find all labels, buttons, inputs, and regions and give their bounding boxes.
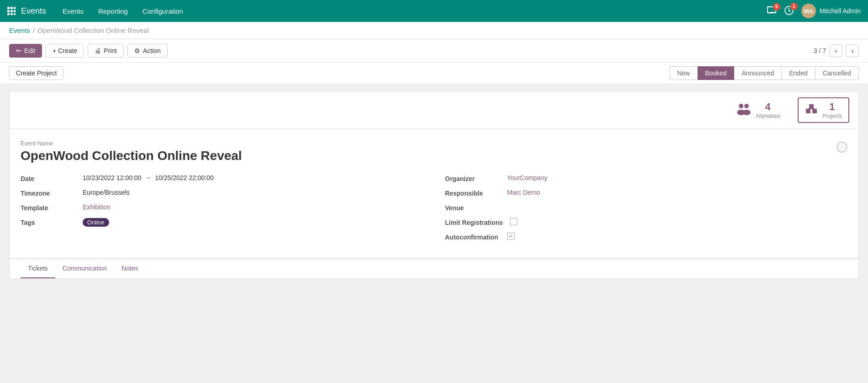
edit-button[interactable]: ✏ Edit: [9, 44, 42, 58]
svg-rect-8: [14, 13, 16, 15]
stage-ended[interactable]: Ended: [782, 66, 815, 80]
autoconfirmation-row: Autoconfirmation ✓: [445, 233, 848, 241]
bottom-tabs: Tickets Communication Notes: [9, 259, 859, 279]
gear-icon: ⚙: [134, 47, 140, 54]
nav-links: Events Reporting Configuration: [57, 5, 767, 17]
pagination-text: 3 / 7: [814, 47, 826, 54]
breadcrumb: Events / OpenWood Collection Online Reve…: [0, 22, 868, 39]
action-bar: ✏ Edit + Create 🖨 Print ⚙ Action 3 / 7 ‹…: [0, 39, 868, 63]
create-project-button[interactable]: Create Project: [9, 66, 63, 80]
projects-stat[interactable]: 1 Projects: [798, 97, 849, 123]
svg-point-11: [744, 104, 749, 108]
attendees-icon: [736, 102, 751, 118]
messages-badge: 5: [773, 3, 780, 11]
svg-rect-15: [812, 109, 817, 113]
limit-registrations-checkbox[interactable]: [510, 218, 517, 225]
timezone-value: Europe/Brussels: [83, 189, 130, 196]
stage-cancelled[interactable]: Cancelled: [815, 66, 859, 80]
tab-tickets[interactable]: Tickets: [21, 259, 55, 278]
svg-point-13: [742, 110, 751, 115]
nav-reporting[interactable]: Reporting: [93, 5, 133, 17]
svg-rect-1: [11, 7, 13, 9]
form-grid: Date 10/23/2022 12:00:00 → 10/25/2022 22…: [21, 174, 847, 247]
svg-rect-0: [7, 7, 10, 9]
template-row: Template Exhibition: [21, 203, 423, 212]
date-value: 10/23/2022 12:00:00 → 10/25/2022 22:00:0…: [83, 174, 214, 181]
pagination: 3 / 7 ‹ ›: [814, 44, 859, 57]
breadcrumb-separator: /: [33, 27, 35, 34]
status-bar: Create Project New Booked Announced Ende…: [0, 63, 868, 84]
top-navigation: Events Events Reporting Configuration 5 …: [0, 0, 868, 22]
action-button[interactable]: ⚙ Action: [127, 44, 168, 58]
svg-rect-3: [7, 10, 10, 12]
breadcrumb-parent[interactable]: Events: [9, 27, 30, 34]
svg-rect-4: [11, 10, 13, 12]
activity-icon[interactable]: 1: [784, 5, 794, 17]
date-start: 10/23/2022 12:00:00: [83, 174, 141, 181]
attendees-info: 4 Attendees: [756, 101, 780, 119]
date-label: Date: [21, 174, 75, 182]
timezone-row: Timezone Europe/Brussels: [21, 189, 423, 197]
responsible-value[interactable]: Marc Demo: [507, 189, 540, 196]
organizer-label: Organizer: [445, 174, 500, 182]
avatar: MA: [801, 4, 816, 18]
form-right-col: Organizer YourCompany Responsible Marc D…: [445, 174, 848, 247]
form-card: Event Name OpenWood Collection Online Re…: [9, 128, 859, 259]
svg-rect-5: [14, 10, 16, 12]
apps-menu-icon[interactable]: [7, 7, 16, 15]
stage-buttons: New Booked Announced Ended Cancelled: [669, 66, 859, 80]
nav-configuration[interactable]: Configuration: [137, 5, 189, 17]
stage-new[interactable]: New: [669, 66, 698, 80]
responsible-row: Responsible Marc Demo: [445, 189, 848, 197]
projects-label: Projects: [822, 113, 842, 119]
organizer-row: Organizer YourCompany: [445, 174, 848, 182]
svg-rect-14: [806, 109, 810, 113]
attendees-count: 4: [756, 101, 780, 113]
form-left-col: Date 10/23/2022 12:00:00 → 10/25/2022 22…: [21, 174, 423, 247]
tab-communication[interactable]: Communication: [55, 259, 114, 278]
date-arrow-icon: →: [145, 174, 151, 181]
svg-rect-16: [809, 104, 814, 109]
create-button[interactable]: + Create: [46, 44, 84, 58]
organizer-value[interactable]: YourCompany: [507, 174, 547, 181]
print-icon: 🖨: [95, 47, 101, 54]
attendees-label: Attendees: [756, 113, 780, 119]
svg-rect-2: [14, 7, 16, 9]
status-circle: [836, 142, 847, 153]
autoconfirmation-label: Autoconfirmation: [445, 233, 500, 241]
svg-rect-7: [11, 13, 13, 15]
event-name-title: OpenWood Collection Online Reveal: [21, 149, 847, 163]
activity-badge: 1: [790, 3, 798, 10]
projects-icon: [805, 102, 818, 118]
right-icons: 5 1 MA Mitchell Admin: [767, 4, 861, 18]
app-name: Events: [21, 6, 46, 16]
pagination-prev[interactable]: ‹: [830, 44, 842, 57]
template-value[interactable]: Exhibition: [83, 203, 110, 211]
stage-booked[interactable]: Booked: [698, 66, 734, 80]
date-row: Date 10/23/2022 12:00:00 → 10/25/2022 22…: [21, 174, 423, 182]
tags-value: Online: [83, 218, 109, 227]
limit-registrations-row: Limit Registrations: [445, 218, 848, 226]
timezone-label: Timezone: [21, 189, 75, 197]
stage-announced[interactable]: Announced: [734, 66, 782, 80]
stats-row: 4 Attendees 1 Projects: [9, 91, 859, 128]
svg-rect-6: [7, 13, 10, 15]
tags-row: Tags Online: [21, 218, 423, 227]
print-button[interactable]: 🖨 Print: [88, 44, 124, 58]
attendees-stat[interactable]: 4 Attendees: [730, 97, 787, 123]
main-content: 4 Attendees 1 Projects: [0, 84, 868, 286]
event-name-label: Event Name: [21, 140, 847, 147]
messages-icon[interactable]: 5: [767, 6, 777, 16]
user-menu[interactable]: MA Mitchell Admin: [801, 4, 861, 18]
template-label: Template: [21, 203, 75, 212]
svg-point-10: [739, 104, 743, 108]
limit-registrations-label: Limit Registrations: [445, 218, 503, 226]
user-name: Mitchell Admin: [820, 7, 861, 15]
breadcrumb-current: OpenWood Collection Online Reveal: [37, 27, 149, 34]
autoconfirmation-checkbox[interactable]: ✓: [507, 233, 515, 240]
nav-events[interactable]: Events: [57, 5, 89, 17]
tab-notes[interactable]: Notes: [114, 259, 146, 278]
date-end: 10/25/2022 22:00:00: [155, 174, 213, 181]
projects-count: 1: [822, 101, 842, 113]
pagination-next[interactable]: ›: [846, 44, 859, 57]
